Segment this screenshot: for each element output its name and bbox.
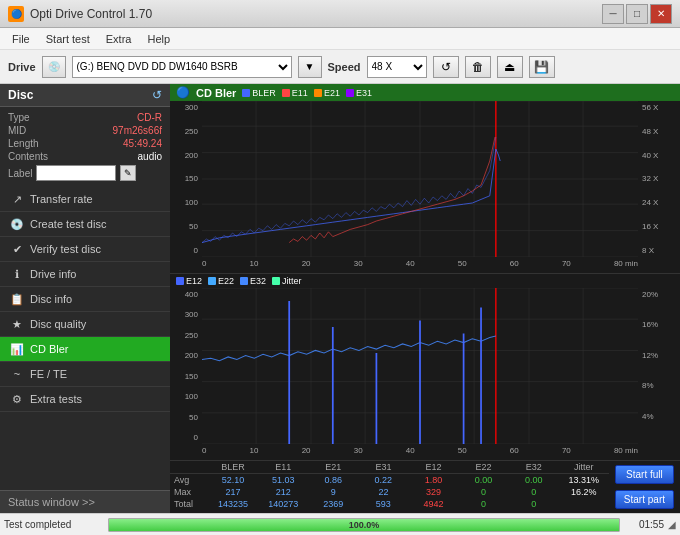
progress-bar-fill: 100.0%	[109, 519, 619, 531]
sidebar-item-create-test-disc-label: Create test disc	[30, 218, 106, 230]
x2-label-0: 0	[202, 446, 206, 460]
bottom-chart-y-axis-left: 400 300 250 200 150 100 50 0	[170, 288, 200, 444]
eject-button[interactable]: ⏏	[497, 56, 523, 78]
y-label-50: 50	[170, 222, 200, 231]
sidebar-item-disc-info-label: Disc info	[30, 293, 72, 305]
stats-col-e31: E31	[358, 462, 408, 472]
chart-title: CD Bler	[196, 87, 236, 99]
y2-label-0b: 0	[170, 433, 200, 442]
close-button[interactable]: ✕	[650, 4, 672, 24]
disc-contents-key: Contents	[8, 151, 48, 162]
disc-label-key: Label	[8, 168, 32, 179]
stats-total-jitter	[559, 499, 609, 509]
y2-right-4: 4%	[640, 412, 680, 421]
sidebar-item-disc-quality[interactable]: ★ Disc quality	[0, 312, 170, 337]
y2-label-300: 300	[170, 310, 200, 319]
legend-bler-dot	[242, 89, 250, 97]
stats-total-e32: 0	[509, 499, 559, 509]
legend-jitter: Jitter	[272, 276, 302, 286]
y-label-150: 150	[170, 174, 200, 183]
y2-label-400: 400	[170, 290, 200, 299]
y2-label-100: 100	[170, 392, 200, 401]
status-window-button[interactable]: Status window >>	[0, 490, 170, 513]
legend-e22-dot	[208, 277, 216, 285]
stats-col-empty	[170, 462, 208, 472]
disc-refresh-icon[interactable]: ↺	[152, 88, 162, 102]
drive-arrow-button[interactable]: ▼	[298, 56, 322, 78]
legend-jitter-label: Jitter	[282, 276, 302, 286]
sidebar-item-verify-test-disc[interactable]: ✔ Verify test disc	[0, 237, 170, 262]
legend-e12-label: E12	[186, 276, 202, 286]
stats-total-label: Total	[170, 499, 208, 509]
minimize-button[interactable]: ─	[602, 4, 624, 24]
drive-select[interactable]: (G:) BENQ DVD DD DW1640 BSRB	[72, 56, 292, 78]
stats-avg-e32: 0.00	[509, 475, 559, 485]
y-label-0: 0	[170, 246, 200, 255]
statusbar-corner-icon: ◢	[668, 519, 676, 530]
drive-icon-button[interactable]: 💿	[42, 56, 66, 78]
menu-help[interactable]: Help	[139, 31, 178, 47]
sidebar-item-disc-info[interactable]: 📋 Disc info	[0, 287, 170, 312]
create-test-disc-icon: 💿	[10, 217, 24, 231]
y-right-48x: 48 X	[640, 127, 680, 136]
stats-table-container: BLER E11 E21 E31 E12 E22 E32 Jitter Avg …	[170, 461, 609, 513]
legend-jitter-dot	[272, 277, 280, 285]
stats-max-e11: 212	[258, 487, 308, 497]
stats-avg-label: Avg	[170, 475, 208, 485]
top-chart-x-axis: 0 10 20 30 40 50 60 70 80 min	[202, 259, 638, 273]
sidebar-item-create-test-disc[interactable]: 💿 Create test disc	[0, 212, 170, 237]
x2-label-20: 20	[302, 446, 311, 460]
legend-e21-dot	[314, 89, 322, 97]
maximize-button[interactable]: □	[626, 4, 648, 24]
menu-extra[interactable]: Extra	[98, 31, 140, 47]
save-button[interactable]: 💾	[529, 56, 555, 78]
stats-max-jitter: 16.2%	[559, 487, 609, 497]
stats-max-e22: 0	[459, 487, 509, 497]
sidebar-item-drive-info[interactable]: ℹ Drive info	[0, 262, 170, 287]
legend-e22-label: E22	[218, 276, 234, 286]
legend-bler-label: BLER	[252, 88, 276, 98]
stats-total-e31: 593	[358, 499, 408, 509]
menu-start-test[interactable]: Start test	[38, 31, 98, 47]
y-label-100: 100	[170, 198, 200, 207]
stats-avg-e12: 1.80	[408, 475, 458, 485]
x-label-0: 0	[202, 259, 206, 273]
y-label-250: 250	[170, 127, 200, 136]
x-label-20: 20	[302, 259, 311, 273]
disc-type-row: Type CD-R	[8, 111, 162, 124]
start-part-button[interactable]: Start part	[615, 490, 674, 509]
legend-e12: E12	[176, 276, 202, 286]
disc-info-icon: 📋	[10, 292, 24, 306]
erase-button[interactable]: 🗑	[465, 56, 491, 78]
menu-file[interactable]: File	[4, 31, 38, 47]
stats-max-label: Max	[170, 487, 208, 497]
start-full-button[interactable]: Start full	[615, 465, 674, 484]
sidebar-item-transfer-rate[interactable]: ↗ Transfer rate	[0, 187, 170, 212]
y-right-32x: 32 X	[640, 174, 680, 183]
stats-avg-jitter: 13.31%	[559, 475, 609, 485]
sidebar-item-extra-tests[interactable]: ⚙ Extra tests	[0, 387, 170, 412]
fe-te-icon: ~	[10, 367, 24, 381]
stats-col-bler: BLER	[208, 462, 258, 472]
transfer-rate-icon: ↗	[10, 192, 24, 206]
stats-col-e12: E12	[408, 462, 458, 472]
speed-select[interactable]: 48 X	[367, 56, 427, 78]
sidebar-item-fe-te[interactable]: ~ FE / TE	[0, 362, 170, 387]
status-text: Test completed	[4, 519, 104, 530]
disc-label-button[interactable]: ✎	[120, 165, 136, 181]
app-icon: 🔵	[8, 6, 24, 22]
disc-label-input[interactable]	[36, 165, 116, 181]
disc-mid-row: MID 97m26s66f	[8, 124, 162, 137]
stats-total-bler: 143235	[208, 499, 258, 509]
disc-length-row: Length 45:49.24	[8, 137, 162, 150]
sidebar-item-cd-bler[interactable]: 📊 CD Bler	[0, 337, 170, 362]
speed-label: Speed	[328, 61, 361, 73]
legend-e32-label: E32	[250, 276, 266, 286]
app-title: Opti Drive Control 1.70	[30, 7, 152, 21]
legend-e11: E11	[282, 88, 308, 98]
y2-label-200: 200	[170, 351, 200, 360]
drivebar: Drive 💿 (G:) BENQ DVD DD DW1640 BSRB ▼ S…	[0, 50, 680, 84]
refresh-button[interactable]: ↺	[433, 56, 459, 78]
sidebar-item-disc-quality-label: Disc quality	[30, 318, 86, 330]
legend-e31: E31	[346, 88, 372, 98]
